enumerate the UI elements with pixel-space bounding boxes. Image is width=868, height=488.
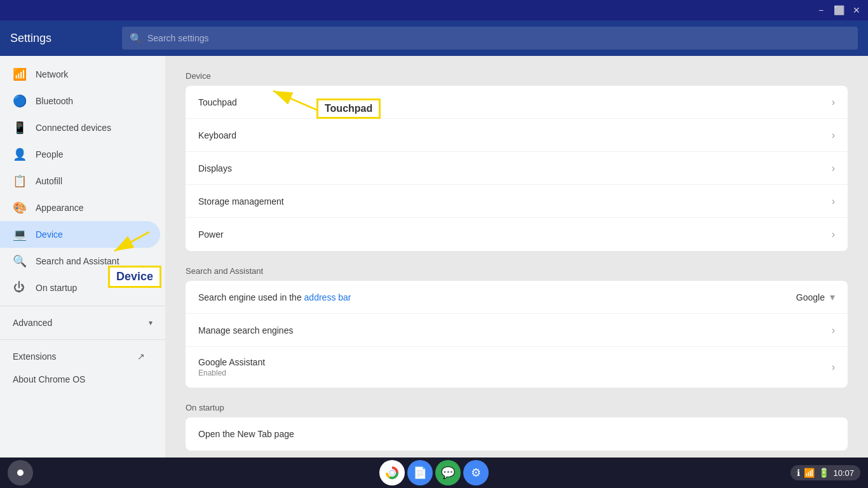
keyboard-row-left: Keyboard <box>198 130 236 140</box>
taskbar-center: 📄 💬 ⚙ <box>379 460 489 485</box>
google-assistant-label: Google Assistant <box>198 357 265 367</box>
google-assistant-row[interactable]: Google Assistant Enabled › <box>186 347 848 388</box>
keyboard-row-right: › <box>832 130 835 141</box>
chat-icon: 💬 <box>441 466 455 480</box>
sidebar-item-network[interactable]: 📶 Network <box>0 61 160 88</box>
power-row[interactable]: Power › <box>186 218 848 251</box>
bluetooth-icon: 🔵 <box>13 94 25 108</box>
search-section-title: Search and Assistant <box>186 266 848 276</box>
google-assistant-sublabel: Enabled <box>198 369 265 377</box>
keyboard-row[interactable]: Keyboard › <box>186 119 848 152</box>
search-bar[interactable]: 🔍 <box>122 27 858 50</box>
manage-engines-row-left: Manage search engines <box>198 325 293 336</box>
info-icon: ℹ <box>797 468 800 478</box>
sidebar-item-label: Device <box>36 229 63 240</box>
taskbar-status-area[interactable]: ℹ 📶 🔋 10:07 <box>790 465 860 480</box>
power-icon: ⏻ <box>13 281 25 294</box>
device-annotation-label: Device <box>116 270 153 283</box>
sidebar-item-device[interactable]: 💻 Device <box>0 221 160 248</box>
sidebar-item-label: On startup <box>36 283 77 293</box>
external-link-icon: ↗ <box>135 351 147 362</box>
launcher-dot <box>17 470 24 476</box>
sidebar-item-label: People <box>36 149 64 159</box>
chevron-right-icon: › <box>832 130 835 141</box>
main-layout: 📶 Network 🔵 Bluetooth 📱 Connected device… <box>0 56 868 458</box>
sidebar-divider <box>0 306 165 306</box>
settings-app-icon[interactable]: ⚙ <box>463 460 489 485</box>
docs-app-icon[interactable]: 📄 <box>407 460 433 485</box>
touchpad-annotation-label: Touchpad <box>325 103 372 114</box>
taskbar-right: ℹ 📶 🔋 10:07 <box>790 465 860 480</box>
sidebar-extensions-label: Extensions <box>13 351 56 362</box>
maximize-button[interactable]: ⬜ <box>832 4 845 17</box>
search-engine-value: Google <box>796 292 825 302</box>
chrome-app-icon[interactable] <box>379 460 405 485</box>
power-label: Power <box>198 229 224 240</box>
laptop-icon: 💻 <box>13 227 25 241</box>
storage-label: Storage management <box>198 196 284 207</box>
chat-app-icon[interactable]: 💬 <box>435 460 461 485</box>
startup-row[interactable]: Open the New Tab page <box>186 417 848 451</box>
launcher-button[interactable] <box>8 460 33 485</box>
sidebar-item-label: Autofill <box>36 176 62 186</box>
chevron-right-icon: › <box>832 362 835 373</box>
sidebar-item-label: Search and Assistant <box>36 256 119 266</box>
minimize-button[interactable]: − <box>815 4 827 17</box>
sidebar-advanced-section[interactable]: Advanced ▾ <box>0 311 165 334</box>
title-bar-controls: − ⬜ ✕ <box>815 4 863 17</box>
device-settings-group: Touchpad › Keyboard › Displays <box>186 86 848 251</box>
title-bar: − ⬜ ✕ <box>0 0 868 20</box>
device-annotation-box: Device <box>108 266 161 288</box>
sidebar-item-label: Connected devices <box>36 123 111 133</box>
sidebar-item-bluetooth[interactable]: 🔵 Bluetooth <box>0 88 160 114</box>
search-engine-row[interactable]: Search engine used in the address bar Go… <box>186 281 848 314</box>
keyboard-label: Keyboard <box>198 130 236 140</box>
chevron-right-icon: › <box>832 163 835 174</box>
chevron-right-icon: › <box>832 196 835 207</box>
sidebar-item-label: Bluetooth <box>36 96 73 106</box>
search-engine-label: Search engine used in the address bar <box>198 292 351 302</box>
chevron-right-icon: › <box>832 325 835 336</box>
search-icon: 🔍 <box>130 32 142 44</box>
app-title: Settings <box>10 32 112 45</box>
displays-label: Displays <box>198 163 232 173</box>
sidebar-item-appearance[interactable]: 🎨 Appearance <box>0 194 160 221</box>
storage-row[interactable]: Storage management › <box>186 185 848 218</box>
touchpad-row-left: Touchpad <box>198 97 237 107</box>
displays-row-right: › <box>832 163 835 174</box>
search-engine-row-left: Search engine used in the address bar <box>198 292 351 302</box>
search-input[interactable] <box>147 33 850 43</box>
sidebar-item-label: Network <box>36 69 68 79</box>
startup-row-left: Open the New Tab page <box>198 429 294 439</box>
taskbar: 📄 💬 ⚙ ℹ 📶 🔋 10:07 <box>0 458 868 488</box>
sidebar-item-label: Appearance <box>36 203 84 213</box>
storage-row-left: Storage management <box>198 196 284 207</box>
search-nav-icon: 🔍 <box>13 254 25 268</box>
sidebar-item-connected-devices[interactable]: 📱 Connected devices <box>0 114 160 141</box>
sidebar-advanced-label: Advanced <box>13 318 52 328</box>
search-engine-row-right: Google ▾ <box>796 291 835 303</box>
startup-settings-group: Open the New Tab page <box>186 417 848 451</box>
manage-engines-row[interactable]: Manage search engines › <box>186 314 848 347</box>
chevron-right-icon: › <box>832 229 835 240</box>
dropdown-icon: ▾ <box>830 291 835 303</box>
sidebar-item-extensions[interactable]: Extensions ↗ <box>0 345 160 368</box>
assignment-icon: 📋 <box>13 174 25 188</box>
settings-icon: ⚙ <box>471 466 481 480</box>
sidebar-item-about[interactable]: About Chrome OS <box>0 368 160 391</box>
sidebar-item-people[interactable]: 👤 People <box>0 141 160 168</box>
sidebar-divider-2 <box>0 339 165 340</box>
sidebar-item-autofill[interactable]: 📋 Autofill <box>0 168 160 194</box>
touchpad-label: Touchpad <box>198 97 237 107</box>
manage-engines-label: Manage search engines <box>198 325 293 336</box>
close-button[interactable]: ✕ <box>850 4 863 17</box>
chevron-down-icon: ▾ <box>149 318 153 327</box>
taskbar-left <box>8 460 33 485</box>
touchpad-annotation-box: Touchpad <box>316 98 381 119</box>
touchpad-row[interactable]: Touchpad › <box>186 86 848 119</box>
chevron-right-icon: › <box>832 97 835 108</box>
address-bar-link[interactable]: address bar <box>304 292 351 302</box>
battery-icon: 🔋 <box>818 468 829 478</box>
displays-row[interactable]: Displays › <box>186 152 848 185</box>
manage-engines-row-right: › <box>832 325 835 336</box>
